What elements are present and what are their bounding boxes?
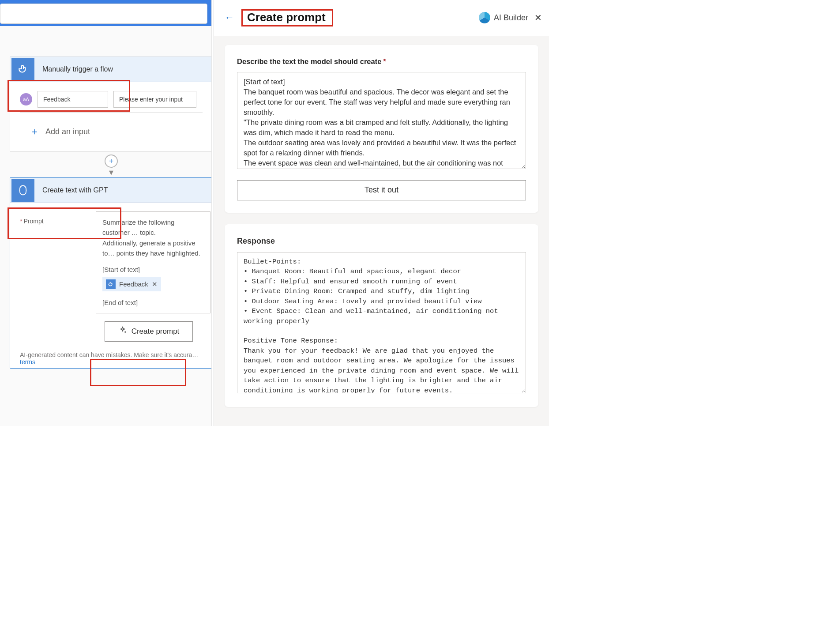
close-icon[interactable]: ✕ xyxy=(534,12,542,23)
describe-card: Describe the text the model should creat… xyxy=(225,45,538,213)
panel-header: ← Create prompt AI Builder ✕ xyxy=(214,0,549,36)
sparkle-icon xyxy=(118,326,127,337)
top-bar-input[interactable] xyxy=(0,4,207,24)
connector: + ▾ xyxy=(10,154,212,177)
panel-title: Create prompt xyxy=(244,9,329,26)
create-prompt-button[interactable]: Create prompt xyxy=(105,321,193,342)
svg-point-0 xyxy=(124,331,125,332)
terms-link[interactable]: terms xyxy=(20,358,35,365)
trigger-title: Manually trigger a flow xyxy=(42,65,113,73)
test-it-out-button[interactable]: Test it out xyxy=(237,180,526,200)
gpt-icon xyxy=(11,179,34,202)
feedback-value-input[interactable]: Please enter your input xyxy=(113,91,196,108)
add-step-button[interactable]: + xyxy=(105,154,118,168)
add-input-label: Add an input xyxy=(45,127,90,136)
ai-disclaimer: AI-generated content can have mistakes. … xyxy=(20,342,212,368)
flow-canvas: Manually trigger a flow aA Feedback Plea… xyxy=(0,0,212,426)
start-of-text-tag: [Start of text] xyxy=(102,264,204,275)
feedback-name-input[interactable]: Feedback xyxy=(38,91,108,108)
response-textarea[interactable] xyxy=(237,252,526,393)
end-of-text-tag: [End of text] xyxy=(102,298,204,308)
back-arrow-icon[interactable]: ← xyxy=(220,12,239,23)
describe-textarea[interactable] xyxy=(237,72,526,169)
describe-label: Describe the text the model should creat… xyxy=(237,57,526,66)
create-prompt-label: Create prompt xyxy=(132,327,180,336)
annotation-box-panel-title: Create prompt xyxy=(241,9,333,26)
ai-builder-brand: AI Builder xyxy=(479,12,528,23)
chip-label: Feedback xyxy=(119,279,148,289)
response-card: Response xyxy=(225,224,538,407)
brand-label: AI Builder xyxy=(494,13,528,23)
prompt-field-label: *Prompt xyxy=(20,211,96,313)
response-title: Response xyxy=(237,237,526,246)
prompt-textarea[interactable]: Summarize the following customer … topic… xyxy=(96,211,210,313)
feedback-chip[interactable]: Feedback ✕ xyxy=(102,277,161,291)
trigger-card[interactable]: Manually trigger a flow aA Feedback Plea… xyxy=(10,56,212,152)
prompt-preview-text: Summarize the following customer … topic… xyxy=(102,217,204,258)
manual-trigger-icon xyxy=(11,58,34,81)
action-title: Create text with GPT xyxy=(42,186,108,194)
create-prompt-panel: ← Create prompt AI Builder ✕ Describe th… xyxy=(214,0,549,426)
canvas: Manually trigger a flow aA Feedback Plea… xyxy=(0,26,211,426)
plus-icon: ＋ xyxy=(30,125,39,138)
action-card[interactable]: Create text with GPT *Prompt Summarize t… xyxy=(10,177,212,369)
top-bar xyxy=(0,0,211,26)
chip-remove-icon[interactable]: ✕ xyxy=(152,279,158,289)
action-card-header[interactable]: Create text with GPT xyxy=(10,178,212,203)
trigger-card-header[interactable]: Manually trigger a flow xyxy=(10,56,212,82)
add-input-button[interactable]: ＋ Add an input xyxy=(20,113,212,151)
text-type-icon: aA xyxy=(20,93,32,105)
ai-builder-icon xyxy=(479,12,490,23)
manual-trigger-icon xyxy=(106,279,116,289)
arrow-down-icon: ▾ xyxy=(109,167,113,177)
